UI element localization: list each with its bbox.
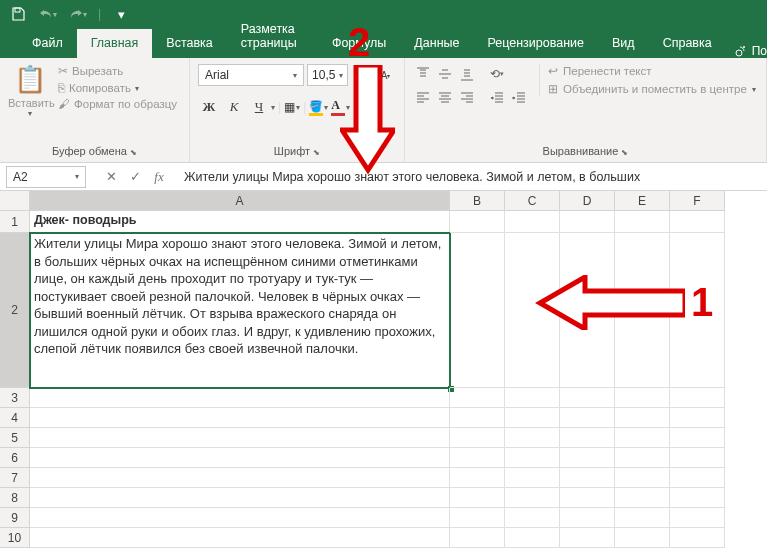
cell[interactable] xyxy=(30,428,450,448)
row-header-4[interactable]: 4 xyxy=(0,408,30,428)
cell-a1[interactable]: Джек- поводырь xyxy=(30,211,450,233)
cell[interactable] xyxy=(615,388,670,408)
cell[interactable] xyxy=(615,508,670,528)
cell[interactable] xyxy=(30,388,450,408)
cell[interactable] xyxy=(450,508,505,528)
cell[interactable] xyxy=(30,448,450,468)
cell[interactable] xyxy=(615,448,670,468)
cell[interactable] xyxy=(615,428,670,448)
cell[interactable] xyxy=(505,211,560,233)
cell[interactable] xyxy=(505,448,560,468)
cell[interactable] xyxy=(615,211,670,233)
save-icon[interactable] xyxy=(8,4,28,24)
cell[interactable] xyxy=(450,448,505,468)
tell-me-icon[interactable]: По xyxy=(734,44,767,58)
cell[interactable] xyxy=(450,488,505,508)
col-header-e[interactable]: E xyxy=(615,191,670,211)
cell[interactable] xyxy=(670,408,725,428)
row-header-2[interactable]: 2 xyxy=(0,233,30,388)
border-button[interactable]: ▦▾ xyxy=(284,100,300,114)
tab-review[interactable]: Рецензирование xyxy=(473,29,598,58)
copy-button[interactable]: ⎘Копировать▾ xyxy=(58,82,177,94)
align-middle-icon[interactable] xyxy=(435,64,455,84)
cell[interactable] xyxy=(560,211,615,233)
cancel-icon[interactable]: ✕ xyxy=(102,169,120,184)
cell[interactable] xyxy=(615,468,670,488)
cell[interactable] xyxy=(505,468,560,488)
row-header-9[interactable]: 9 xyxy=(0,508,30,528)
col-header-f[interactable]: F xyxy=(670,191,725,211)
cell[interactable] xyxy=(30,468,450,488)
align-top-icon[interactable] xyxy=(413,64,433,84)
wrap-text-button[interactable]: ↩Перенести текст xyxy=(548,64,756,78)
row-header-8[interactable]: 8 xyxy=(0,488,30,508)
cell[interactable] xyxy=(670,448,725,468)
row-header-3[interactable]: 3 xyxy=(0,388,30,408)
cell[interactable] xyxy=(30,408,450,428)
tab-help[interactable]: Справка xyxy=(649,29,726,58)
paste-button[interactable]: 📋 Вставить ▾ xyxy=(8,64,52,118)
cut-button[interactable]: ✂Вырезать xyxy=(58,64,177,78)
cell[interactable] xyxy=(30,488,450,508)
cell[interactable] xyxy=(670,388,725,408)
undo-icon[interactable]: ▾ xyxy=(38,4,58,24)
bold-button[interactable]: Ж xyxy=(198,96,220,118)
cell[interactable] xyxy=(450,388,505,408)
fill-color-button[interactable]: 🪣▾ xyxy=(309,99,328,116)
font-name-combo[interactable]: Arial▾ xyxy=(198,64,304,86)
enter-icon[interactable]: ✓ xyxy=(126,169,144,184)
cell[interactable] xyxy=(505,508,560,528)
cell[interactable] xyxy=(450,428,505,448)
cell[interactable] xyxy=(450,233,505,388)
tab-home[interactable]: Главная xyxy=(77,29,153,58)
cell[interactable] xyxy=(560,388,615,408)
cell[interactable] xyxy=(505,408,560,428)
col-header-a[interactable]: A xyxy=(30,191,450,211)
cell[interactable] xyxy=(615,528,670,548)
orientation-icon[interactable]: ⟲▾ xyxy=(487,64,507,84)
cell-a2[interactable]: Жители улицы Мира хорошо знают этого чел… xyxy=(30,233,450,388)
italic-button[interactable]: К xyxy=(223,96,245,118)
cell[interactable] xyxy=(505,528,560,548)
format-painter-button[interactable]: 🖌Формат по образцу xyxy=(58,98,177,110)
row-header-1[interactable]: 1 xyxy=(0,211,30,233)
formula-text[interactable]: Жители улицы Мира хорошо знают этого чел… xyxy=(176,170,767,184)
cell[interactable] xyxy=(560,408,615,428)
cell[interactable] xyxy=(615,488,670,508)
row-header-5[interactable]: 5 xyxy=(0,428,30,448)
decrease-indent-icon[interactable] xyxy=(487,88,507,108)
align-right-icon[interactable] xyxy=(457,88,477,108)
col-header-b[interactable]: B xyxy=(450,191,505,211)
cell[interactable] xyxy=(560,448,615,468)
align-left-icon[interactable] xyxy=(413,88,433,108)
cell[interactable] xyxy=(450,468,505,488)
row-header-6[interactable]: 6 xyxy=(0,448,30,468)
cell[interactable] xyxy=(30,508,450,528)
increase-indent-icon[interactable] xyxy=(509,88,529,108)
cell[interactable] xyxy=(670,428,725,448)
cell[interactable] xyxy=(560,508,615,528)
cell[interactable] xyxy=(670,211,725,233)
col-header-d[interactable]: D xyxy=(560,191,615,211)
row-header-7[interactable]: 7 xyxy=(0,468,30,488)
cell[interactable] xyxy=(450,528,505,548)
cell[interactable] xyxy=(670,468,725,488)
select-all-corner[interactable] xyxy=(0,191,30,211)
cell[interactable] xyxy=(505,388,560,408)
tab-view[interactable]: Вид xyxy=(598,29,649,58)
cell[interactable] xyxy=(670,528,725,548)
merge-center-button[interactable]: ⊞Объединить и поместить в центре▾ xyxy=(548,82,756,96)
cell[interactable] xyxy=(450,408,505,428)
tab-page-layout[interactable]: Разметка страницы xyxy=(227,15,318,58)
underline-button[interactable]: Ч▾ xyxy=(248,96,275,118)
cell[interactable] xyxy=(560,468,615,488)
align-bottom-icon[interactable] xyxy=(457,64,477,84)
row-header-10[interactable]: 10 xyxy=(0,528,30,548)
align-center-icon[interactable] xyxy=(435,88,455,108)
cell[interactable] xyxy=(560,488,615,508)
tab-data[interactable]: Данные xyxy=(400,29,473,58)
cell[interactable] xyxy=(505,428,560,448)
fx-icon[interactable]: fx xyxy=(150,169,168,185)
cell[interactable] xyxy=(670,488,725,508)
cell[interactable] xyxy=(670,508,725,528)
